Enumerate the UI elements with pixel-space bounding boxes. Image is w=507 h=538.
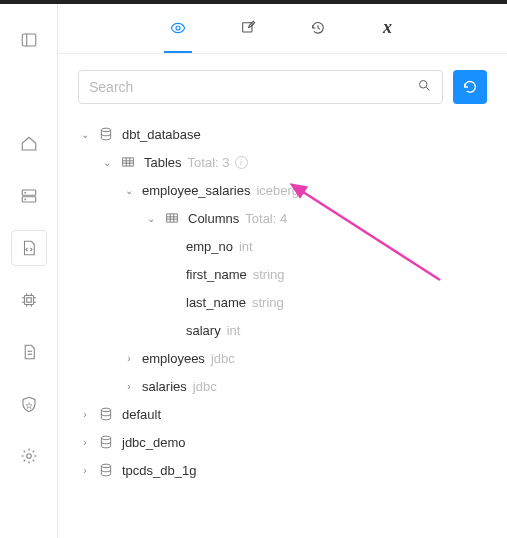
tree-database-node[interactable]: ⌄ dbt_database bbox=[78, 120, 487, 148]
left-sidebar bbox=[0, 4, 58, 538]
tab-preview[interactable] bbox=[164, 5, 192, 53]
svg-rect-24 bbox=[123, 158, 134, 166]
column-name: last_name bbox=[186, 295, 246, 310]
database-name: default bbox=[122, 407, 161, 422]
document-icon[interactable] bbox=[11, 334, 47, 370]
search-box[interactable] bbox=[78, 70, 443, 104]
column-type: string bbox=[253, 267, 285, 282]
table-group-icon bbox=[120, 154, 136, 170]
home-icon[interactable] bbox=[11, 126, 47, 162]
chevron-right-icon: › bbox=[78, 465, 92, 476]
table-name: employee_salaries bbox=[142, 183, 250, 198]
database-name: jdbc_demo bbox=[122, 435, 186, 450]
tree-database-node[interactable]: › default bbox=[78, 400, 487, 428]
database-icon bbox=[98, 434, 114, 450]
svg-rect-3 bbox=[22, 197, 36, 202]
settings-icon[interactable] bbox=[11, 438, 47, 474]
database-name: tpcds_db_1g bbox=[122, 463, 196, 478]
chevron-down-icon: ⌄ bbox=[122, 185, 136, 196]
svg-rect-29 bbox=[167, 214, 178, 222]
info-icon[interactable]: i bbox=[235, 156, 248, 169]
table-name: salaries bbox=[142, 379, 187, 394]
svg-point-5 bbox=[24, 199, 25, 200]
column-name: emp_no bbox=[186, 239, 233, 254]
shield-icon[interactable] bbox=[11, 386, 47, 422]
svg-line-22 bbox=[426, 87, 429, 90]
tree-column-node[interactable]: › emp_no int bbox=[78, 232, 487, 260]
database-tree: ⌄ dbt_database ⌄ Tables Total: 3 i ⌄ emp… bbox=[58, 116, 507, 504]
database-name: dbt_database bbox=[122, 127, 201, 142]
svg-rect-0 bbox=[22, 34, 36, 46]
search-input[interactable] bbox=[89, 79, 417, 95]
table-engine: iceberg bbox=[256, 183, 299, 198]
table-name: employees bbox=[142, 351, 205, 366]
tree-database-node[interactable]: › jdbc_demo bbox=[78, 428, 487, 456]
svg-rect-2 bbox=[22, 190, 36, 195]
svg-point-36 bbox=[101, 464, 110, 468]
database-icon bbox=[98, 462, 114, 478]
tree-columns-group[interactable]: ⌄ Columns Total: 4 bbox=[78, 204, 487, 232]
svg-point-4 bbox=[24, 192, 25, 193]
svg-point-35 bbox=[101, 436, 110, 440]
panel-toggle-icon[interactable] bbox=[11, 22, 47, 58]
tab-bar: x bbox=[58, 4, 507, 54]
tables-count: Total: 3 bbox=[188, 155, 230, 170]
tree-column-node[interactable]: › last_name string bbox=[78, 288, 487, 316]
svg-rect-7 bbox=[26, 298, 31, 303]
tab-history[interactable] bbox=[304, 5, 332, 53]
column-type: string bbox=[252, 295, 284, 310]
table-engine: jdbc bbox=[211, 351, 235, 366]
columns-icon bbox=[164, 210, 180, 226]
svg-point-18 bbox=[26, 454, 31, 459]
table-engine: jdbc bbox=[193, 379, 217, 394]
tree-table-node[interactable]: › employees jdbc bbox=[78, 344, 487, 372]
tables-label: Tables bbox=[144, 155, 182, 170]
search-icon bbox=[417, 78, 432, 96]
tab-variable[interactable]: x bbox=[374, 5, 402, 53]
chevron-right-icon: › bbox=[122, 381, 136, 392]
file-code-icon[interactable] bbox=[11, 230, 47, 266]
svg-point-23 bbox=[101, 128, 110, 132]
server-icon[interactable] bbox=[11, 178, 47, 214]
column-type: int bbox=[227, 323, 241, 338]
column-name: salary bbox=[186, 323, 221, 338]
tab-edit[interactable] bbox=[234, 5, 262, 53]
tree-database-node[interactable]: › tpcds_db_1g bbox=[78, 456, 487, 484]
database-icon bbox=[98, 126, 114, 142]
chevron-down-icon: ⌄ bbox=[144, 213, 158, 224]
chevron-down-icon: ⌄ bbox=[78, 129, 92, 140]
refresh-button[interactable] bbox=[453, 70, 487, 104]
chevron-right-icon: › bbox=[78, 437, 92, 448]
tree-table-node[interactable]: › salaries jdbc bbox=[78, 372, 487, 400]
svg-point-34 bbox=[101, 408, 110, 412]
database-icon bbox=[98, 406, 114, 422]
chip-icon[interactable] bbox=[11, 282, 47, 318]
columns-count: Total: 4 bbox=[245, 211, 287, 226]
svg-point-21 bbox=[420, 81, 428, 89]
chevron-right-icon: › bbox=[78, 409, 92, 420]
tree-table-node[interactable]: ⌄ employee_salaries iceberg bbox=[78, 176, 487, 204]
tree-column-node[interactable]: › salary int bbox=[78, 316, 487, 344]
columns-label: Columns bbox=[188, 211, 239, 226]
column-type: int bbox=[239, 239, 253, 254]
column-name: first_name bbox=[186, 267, 247, 282]
tree-tables-group[interactable]: ⌄ Tables Total: 3 i bbox=[78, 148, 487, 176]
chevron-right-icon: › bbox=[122, 353, 136, 364]
chevron-down-icon: ⌄ bbox=[100, 157, 114, 168]
svg-point-19 bbox=[176, 26, 180, 30]
tree-column-node[interactable]: › first_name string bbox=[78, 260, 487, 288]
svg-rect-6 bbox=[24, 296, 33, 305]
